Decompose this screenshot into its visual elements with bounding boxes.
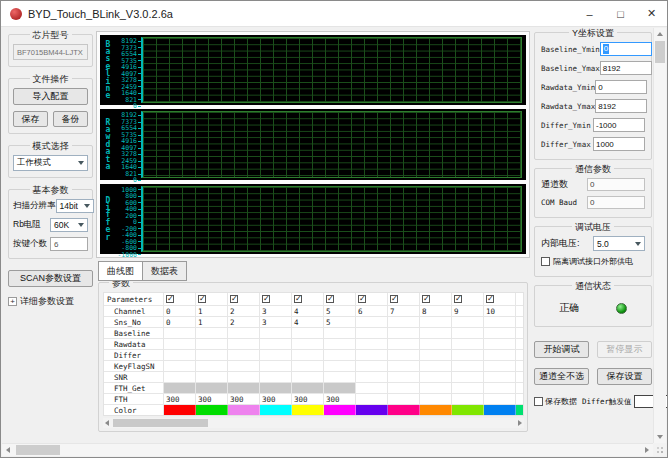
baseline_ymax-input[interactable]: 8192 xyxy=(600,61,652,75)
chevron-down-icon xyxy=(635,242,641,246)
save-button[interactable]: 保存 xyxy=(13,111,48,127)
color-cell[interactable] xyxy=(388,405,420,415)
color-cell[interactable] xyxy=(420,405,452,415)
tab-data-table[interactable]: 数据表 xyxy=(142,261,187,281)
data-cell xyxy=(420,372,452,382)
scroll-right-icon[interactable] xyxy=(645,447,649,453)
backup-button[interactable]: 备份 xyxy=(53,111,88,127)
maximize-button[interactable]: □ xyxy=(605,1,636,26)
color-cell[interactable] xyxy=(196,405,228,415)
data-cell xyxy=(388,383,420,393)
channel-checkbox[interactable] xyxy=(198,295,206,303)
color-cell[interactable] xyxy=(516,405,524,415)
start-debug-button[interactable]: 开始调试 xyxy=(534,341,589,358)
differ-axis-label: Differ xyxy=(102,186,114,252)
data-cell xyxy=(324,339,356,349)
rawdata-chart: Rawdata 81927373655457354916409732782459… xyxy=(100,109,526,179)
data-cell xyxy=(356,361,388,371)
horizontal-scrollbar-thumb[interactable] xyxy=(16,445,60,455)
scan-resolution-label: 扫描分辨率 xyxy=(13,200,56,212)
app-icon xyxy=(10,8,22,20)
channel-checkbox-cell xyxy=(196,293,228,305)
detail-settings-label: 详细参数设置 xyxy=(20,295,74,308)
differ_ymin-input[interactable]: -1000 xyxy=(593,118,645,132)
data-cell xyxy=(420,328,452,338)
color-cell[interactable] xyxy=(324,405,356,415)
vertical-scrollbar[interactable] xyxy=(653,28,666,443)
channel-checkbox[interactable] xyxy=(486,295,494,303)
y-axis-field-row: Differ_Ymin-1000 xyxy=(541,118,645,132)
import-config-button[interactable]: 导入配置 xyxy=(13,88,88,105)
channel-checkbox-cell xyxy=(356,293,388,305)
scroll-right-icon[interactable] xyxy=(518,420,522,426)
channel-checkbox[interactable] xyxy=(230,295,238,303)
resize-grip[interactable] xyxy=(653,443,666,456)
data-cell: 0 xyxy=(164,306,196,316)
scroll-left-icon[interactable] xyxy=(105,420,109,426)
color-cell[interactable] xyxy=(292,405,324,415)
save-settings-button[interactable]: 保存设置 xyxy=(597,368,652,385)
baseline-y-axis: 8192737365545735491640973278245916408210 xyxy=(114,37,141,103)
differ-chart: Differ 10008006004002000-200-400-600-800… xyxy=(100,184,526,254)
color-cell[interactable] xyxy=(356,405,388,415)
window-controls: – □ ✕ xyxy=(574,1,667,26)
axis-label-char: a xyxy=(106,163,111,170)
channel-checkbox[interactable] xyxy=(422,295,430,303)
channel-checkbox-cell xyxy=(260,293,292,305)
color-cell[interactable] xyxy=(484,405,516,415)
channel-checkbox[interactable] xyxy=(294,295,302,303)
rawdata_ymin-input[interactable]: 0 xyxy=(595,80,647,94)
data-cell xyxy=(324,328,356,338)
horizontal-scrollbar[interactable] xyxy=(2,443,653,456)
mode-select-group-title: 模式选择 xyxy=(30,140,72,153)
data-cell: 5 xyxy=(324,317,356,327)
color-cell[interactable] xyxy=(164,405,196,415)
channel-checkbox[interactable] xyxy=(326,295,334,303)
baseline_ymin-label: Baseline_Ymin xyxy=(541,45,600,54)
tab-curve-graph[interactable]: 曲线图 xyxy=(98,261,143,281)
vertical-scrollbar-thumb[interactable] xyxy=(655,41,665,63)
save-data-checkbox[interactable] xyxy=(534,397,543,406)
differ-y-axis: 10008006004002000-200-400-600-800-1000 xyxy=(114,186,141,252)
mode-select-dropdown[interactable]: 工作模式 xyxy=(13,155,88,171)
data-cell: 300 xyxy=(292,394,324,404)
scan-resolution-dropdown[interactable]: 14bit xyxy=(56,199,94,213)
channel-checkbox[interactable] xyxy=(390,295,398,303)
channel-checkbox[interactable] xyxy=(262,295,270,303)
table-scrollbar-thumb[interactable] xyxy=(113,419,208,427)
data-cell xyxy=(452,394,484,404)
minimize-button[interactable]: – xyxy=(574,1,605,26)
differ_ymax-input[interactable]: 1000 xyxy=(593,137,645,151)
scroll-up-icon[interactable] xyxy=(657,32,663,36)
chip-model-group-title: 芯片型号 xyxy=(30,29,72,42)
isolate-power-checkbox[interactable] xyxy=(541,257,550,266)
color-cell[interactable] xyxy=(452,405,484,415)
scroll-down-icon[interactable] xyxy=(657,435,663,439)
baseline-chart: Baseline 8192737365545735491640973278245… xyxy=(100,35,526,105)
baseline-axis-label: Baseline xyxy=(102,37,114,103)
baseline_ymin-input[interactable]: 0 xyxy=(600,42,652,56)
color-cell[interactable] xyxy=(228,405,260,415)
deselect-all-channels-button[interactable]: 通道全不选 xyxy=(534,368,589,385)
table-row: SNR xyxy=(104,372,523,383)
channel-checkbox[interactable] xyxy=(166,295,174,303)
table-row: Channel012345678910 xyxy=(104,306,523,317)
data-cell xyxy=(356,339,388,349)
internal-voltage-dropdown[interactable]: 5.0 xyxy=(593,236,645,251)
key-count-field[interactable]: 6 xyxy=(50,237,88,251)
table-horizontal-scrollbar[interactable] xyxy=(103,418,524,428)
channel-checkbox-cell xyxy=(452,293,484,305)
scan-settings-button[interactable]: SCAN参数设置 xyxy=(8,270,93,287)
color-cell[interactable] xyxy=(260,405,292,415)
tree-expander-icon[interactable]: + xyxy=(8,297,17,306)
rawdata_ymax-input[interactable]: 8192 xyxy=(595,99,647,113)
channel-checkbox-cell xyxy=(324,293,356,305)
data-cell xyxy=(484,328,516,338)
scroll-left-icon[interactable] xyxy=(6,447,10,453)
table-row: Sns_No012345 xyxy=(104,317,523,328)
channel-checkbox[interactable] xyxy=(358,295,366,303)
detail-settings-tree-node[interactable]: + 详细参数设置 xyxy=(8,295,93,308)
rb-resistor-dropdown[interactable]: 60K xyxy=(50,218,88,232)
channel-checkbox[interactable] xyxy=(454,295,462,303)
close-button[interactable]: ✕ xyxy=(636,1,667,26)
